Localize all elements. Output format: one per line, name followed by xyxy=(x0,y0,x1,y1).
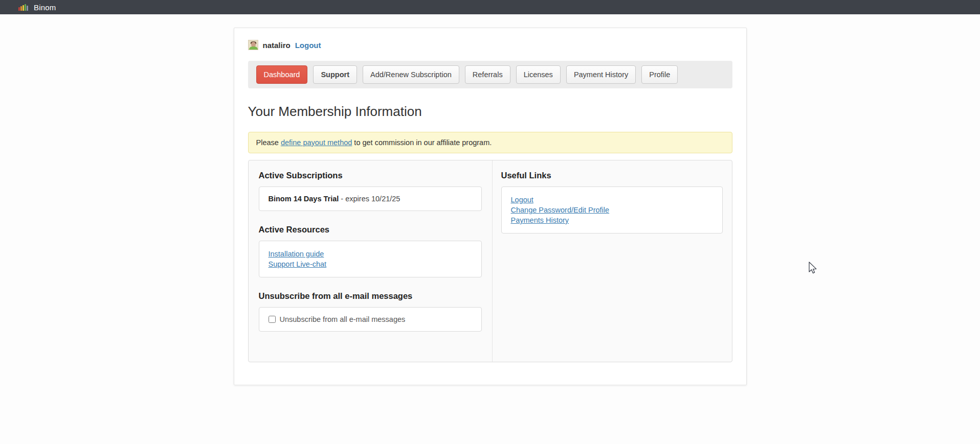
define-payout-method-link[interactable]: define payout method xyxy=(281,138,352,147)
username: nataliro xyxy=(263,41,291,50)
payout-alert: Please define payout method to get commi… xyxy=(248,132,732,153)
tab-referrals[interactable]: Referrals xyxy=(465,65,510,84)
unsubscribe-checkbox-row: Unsubscribe from all e-mail messages xyxy=(269,315,472,323)
unsubscribe-checkbox-label: Unsubscribe from all e-mail messages xyxy=(280,315,406,323)
membership-panel: Active Subscriptions Binom 14 Days Trial… xyxy=(248,160,732,362)
arrow-cursor-icon xyxy=(807,262,817,277)
membership-card: nataliro Logout Dashboard Support Add/Re… xyxy=(234,28,747,385)
logout-link[interactable]: Logout xyxy=(295,41,321,50)
change-password-edit-profile-link[interactable]: Change Password/Edit Profile xyxy=(511,205,713,215)
brand-name: Binom xyxy=(34,3,56,12)
subscription-expires: - expires 10/21/25 xyxy=(339,195,400,203)
useful-links-heading: Useful Links xyxy=(501,171,723,180)
page-title: Your Membership Information xyxy=(248,104,732,120)
active-resources-heading: Active Resources xyxy=(259,225,482,235)
unsubscribe-checkbox[interactable] xyxy=(269,316,276,323)
tab-add-renew-subscription[interactable]: Add/Renew Subscription xyxy=(363,65,459,84)
top-bar: Binom xyxy=(0,0,980,14)
unsubscribe-heading: Unsubscribe from all e-mail messages xyxy=(259,291,482,301)
alert-text-suffix: to get commission in our affiliate progr… xyxy=(352,138,492,147)
useful-links-box: Logout Change Password/Edit Profile Paym… xyxy=(501,186,723,233)
tab-licenses[interactable]: Licenses xyxy=(516,65,561,84)
tab-payment-history[interactable]: Payment History xyxy=(566,65,636,84)
useful-logout-link[interactable]: Logout xyxy=(511,195,713,205)
avatar xyxy=(248,40,258,50)
tab-support[interactable]: Support xyxy=(313,65,357,84)
installation-guide-link[interactable]: Installation guide xyxy=(269,249,472,259)
subscription-box: Binom 14 Days Trial - expires 10/21/25 xyxy=(259,186,482,211)
panel-left-column: Active Subscriptions Binom 14 Days Trial… xyxy=(249,160,493,362)
support-live-chat-link[interactable]: Support Live-chat xyxy=(269,259,472,269)
bar-chart-icon xyxy=(18,4,28,11)
payments-history-link[interactable]: Payments History xyxy=(511,215,713,225)
user-row: nataliro Logout xyxy=(248,40,732,50)
tab-profile[interactable]: Profile xyxy=(641,65,678,84)
subscription-name: Binom 14 Days Trial xyxy=(269,195,339,203)
unsubscribe-box: Unsubscribe from all e-mail messages xyxy=(259,307,482,332)
tab-strip: Dashboard Support Add/Renew Subscription… xyxy=(248,61,732,88)
resources-box: Installation guide Support Live-chat xyxy=(259,241,482,277)
panel-right-column: Useful Links Logout Change Password/Edit… xyxy=(493,160,732,362)
tab-dashboard[interactable]: Dashboard xyxy=(256,65,308,84)
alert-text-prefix: Please xyxy=(256,138,281,147)
active-subscriptions-heading: Active Subscriptions xyxy=(259,171,482,180)
